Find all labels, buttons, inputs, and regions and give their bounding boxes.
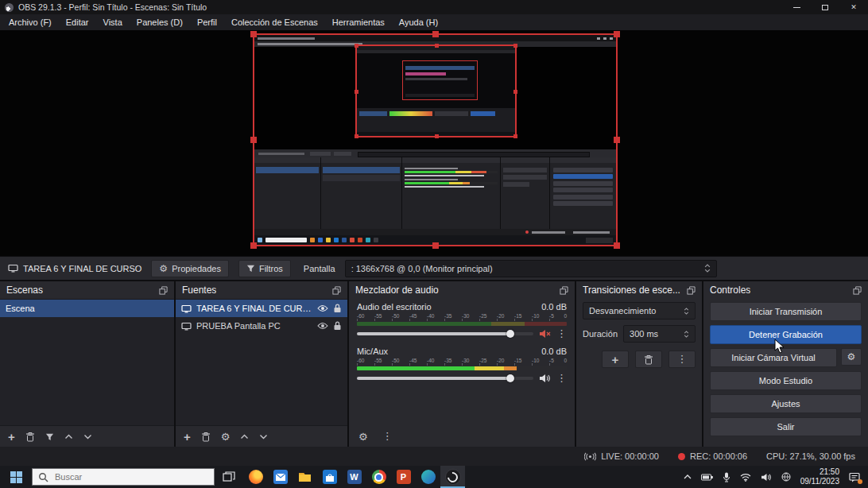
mail-icon[interactable] <box>268 466 293 488</box>
microsoft-store-icon[interactable] <box>317 466 342 488</box>
selection-handle[interactable] <box>614 137 620 143</box>
taskbar-clock[interactable]: 21:50 09/11/2023 <box>800 467 839 487</box>
menu-vista[interactable]: Vista <box>96 17 130 27</box>
volume-slider[interactable] <box>357 377 533 380</box>
settings-button[interactable]: Ajustes <box>710 394 862 413</box>
move-source-down-button[interactable] <box>259 434 268 440</box>
source-row[interactable]: PRUEBA Pantalla PC <box>176 317 347 335</box>
dock-popout-icon[interactable] <box>159 286 168 295</box>
edge-icon[interactable] <box>416 466 440 488</box>
eye-icon[interactable] <box>317 322 328 330</box>
transition-options-kebab-icon[interactable]: ⋮ <box>668 351 696 368</box>
selection-handle[interactable] <box>250 137 257 143</box>
screen-property-label: Pantalla <box>304 264 335 273</box>
selection-handle[interactable] <box>614 31 620 37</box>
transition-spinner[interactable] <box>684 308 689 315</box>
chrome-icon[interactable] <box>366 466 391 488</box>
dock-popout-icon[interactable] <box>332 286 341 295</box>
task-view-button[interactable] <box>215 466 243 488</box>
studio-mode-button[interactable]: Modo Estudio <box>710 371 862 390</box>
properties-button[interactable]: ⚙ Propiedades <box>151 260 229 277</box>
obs-icon[interactable] <box>440 466 465 488</box>
channel-options-kebab-icon[interactable]: ⋮ <box>556 374 567 382</box>
menu-herramientas[interactable]: Herramientas <box>325 17 392 27</box>
speaker-icon[interactable] <box>539 374 551 383</box>
tray-chevron-up-icon[interactable] <box>684 474 692 479</box>
move-scene-up-button[interactable] <box>64 434 73 440</box>
remove-source-button[interactable] <box>201 432 211 442</box>
search-input[interactable] <box>53 471 208 482</box>
duration-spinner[interactable] <box>684 331 689 338</box>
menu-paneles[interactable]: Paneles (D) <box>130 17 190 27</box>
start-button[interactable] <box>0 466 32 488</box>
slider-thumb[interactable] <box>506 374 514 382</box>
add-source-button[interactable]: + <box>184 431 191 443</box>
obs-logo-icon <box>5 3 14 12</box>
transition-select[interactable]: Desvanecimiento <box>583 302 696 320</box>
eye-icon[interactable] <box>317 304 328 312</box>
add-transition-button[interactable]: + <box>602 351 629 368</box>
exit-button[interactable]: Salir <box>710 417 862 436</box>
remove-transition-button[interactable] <box>635 351 662 368</box>
remove-scene-button[interactable] <box>25 432 35 442</box>
selection-handle[interactable] <box>614 242 620 249</box>
selection-handle[interactable] <box>432 242 439 249</box>
minimize-button[interactable] <box>782 0 811 14</box>
start-virtual-camera-button[interactable]: Iniciar Cámara Virtual <box>710 348 837 367</box>
wifi-icon[interactable] <box>740 473 751 482</box>
add-scene-button[interactable]: + <box>8 431 15 443</box>
stop-recording-button[interactable]: Detener Grabación <box>710 325 862 344</box>
duration-spinbox[interactable]: 300 ms <box>623 325 696 343</box>
powerpoint-icon[interactable]: P <box>391 466 416 488</box>
menu-perfil[interactable]: Perfil <box>190 17 224 27</box>
action-center-icon[interactable] <box>849 472 860 482</box>
advanced-audio-icon[interactable]: ⚙ <box>358 431 368 443</box>
selection-handle[interactable] <box>250 242 257 249</box>
taskbar-search[interactable] <box>32 468 215 486</box>
lock-icon[interactable] <box>333 321 342 331</box>
preview-selection-rect[interactable] <box>253 33 618 246</box>
word-icon[interactable]: W <box>342 466 366 488</box>
dock-popout-icon[interactable] <box>687 286 696 295</box>
dock-popout-icon[interactable] <box>853 286 862 295</box>
selection-handle[interactable] <box>250 31 257 37</box>
scene-row[interactable]: Escena <box>0 300 174 317</box>
source-row[interactable]: TAREA 6 Y FINAL DE CURSO <box>176 300 347 317</box>
firefox-icon[interactable] <box>243 466 268 488</box>
status-bar: LIVE: 00:00:00 REC: 00:00:06 CPU: 27.1%,… <box>0 447 868 466</box>
virtual-camera-settings-button[interactable]: ⚙ <box>841 348 862 366</box>
menu-archivo[interactable]: Archivo (F) <box>2 17 59 27</box>
menu-coleccion-escenas[interactable]: Colección de Escenas <box>224 17 325 27</box>
screen-select-combo[interactable]: : 1366x768 @ 0,0 (Monitor principal) <box>345 260 717 277</box>
scenes-panel: Escenas Escena + <box>0 281 174 447</box>
move-scene-down-button[interactable] <box>83 434 92 440</box>
scene-filters-icon[interactable] <box>45 432 54 441</box>
filters-button[interactable]: Filtros <box>238 260 291 277</box>
menu-editar[interactable]: Editar <box>59 17 96 27</box>
source-properties-icon[interactable]: ⚙ <box>221 431 231 443</box>
selection-handle[interactable] <box>432 31 439 37</box>
mixer-options-kebab-icon[interactable]: ⋮ <box>382 432 393 440</box>
channel-options-kebab-icon[interactable]: ⋮ <box>556 330 567 338</box>
lock-icon[interactable] <box>333 304 342 313</box>
restore-button[interactable] <box>811 0 839 14</box>
menu-ayuda[interactable]: Ayuda (H) <box>392 17 445 27</box>
move-source-up-button[interactable] <box>240 434 249 440</box>
slider-thumb[interactable] <box>506 330 514 338</box>
globe-icon[interactable] <box>781 472 791 482</box>
battery-icon[interactable] <box>701 474 713 481</box>
volume-icon[interactable] <box>761 473 772 482</box>
nested-captured-screen <box>402 60 478 100</box>
file-explorer-icon[interactable] <box>293 466 317 488</box>
microphone-icon[interactable] <box>723 472 730 482</box>
start-streaming-button[interactable]: Iniciar Transmisión <box>710 302 862 321</box>
close-button[interactable]: ✕ <box>839 0 868 14</box>
transitions-panel-header: Transiciones de esce... <box>576 281 702 299</box>
mute-speaker-icon[interactable] <box>539 329 551 339</box>
dock-popout-icon[interactable] <box>560 286 568 295</box>
volume-slider[interactable] <box>357 332 533 335</box>
source-toolbar: TAREA 6 Y FINAL DE CURSO ⚙ Propiedades F… <box>0 256 868 280</box>
tick-label: -35 <box>444 313 451 319</box>
live-status: LIVE: 00:00:00 <box>584 451 659 461</box>
combo-spinner[interactable] <box>704 264 711 273</box>
